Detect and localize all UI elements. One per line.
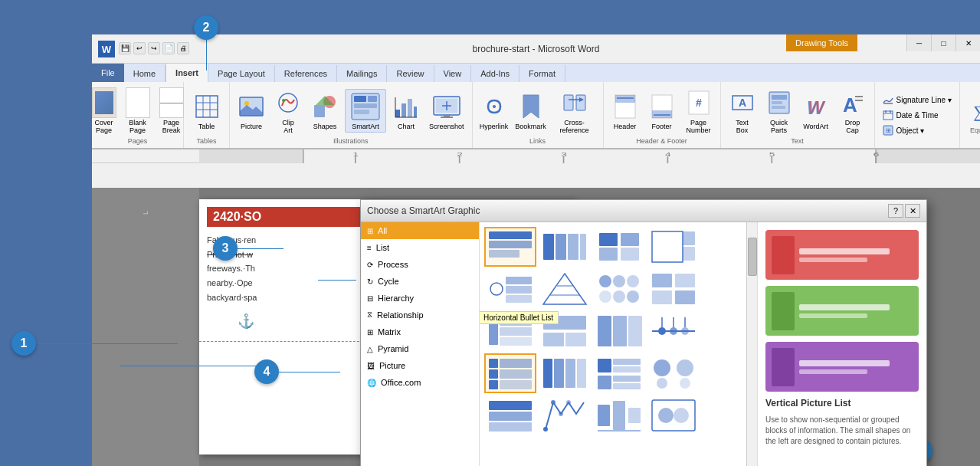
grid-item-3[interactable]: [593, 227, 645, 267]
picture-btn[interactable]: Picture: [234, 90, 268, 132]
undo-qa-btn[interactable]: ↩: [133, 42, 146, 54]
sidebar-item-relationship[interactable]: ⧖ Relationship: [361, 307, 479, 323]
sidebar-item-list[interactable]: ≡ List: [361, 239, 479, 256]
svg-rect-134: [565, 359, 575, 388]
svg-rect-83: [568, 234, 578, 260]
sidebar-item-process[interactable]: ⟳ Process: [361, 256, 479, 273]
header-btn[interactable]: Header: [608, 90, 642, 132]
grid-item-1[interactable]: [484, 227, 536, 267]
grid-item-14[interactable]: [539, 353, 591, 393]
grid-item-19[interactable]: [593, 395, 645, 435]
callout-4: 4: [254, 359, 279, 384]
bookmark-btn[interactable]: Bookmark: [514, 90, 548, 132]
svg-rect-9: [314, 105, 325, 117]
new-qa-btn[interactable]: 📄: [162, 42, 175, 54]
grid-item-2[interactable]: [539, 227, 591, 267]
clip-art-btn[interactable]: ClipArt: [271, 86, 305, 136]
redo-qa-btn[interactable]: ↪: [148, 42, 160, 54]
grid-item-20[interactable]: [647, 395, 700, 435]
save-qa-btn[interactable]: 💾: [119, 42, 131, 54]
grid-tooltip: Horizontal Bullet List: [480, 311, 559, 324]
drop-cap-btn[interactable]: A DropCap: [836, 86, 870, 136]
grid-item-17[interactable]: [484, 395, 536, 435]
dialog-help-btn[interactable]: ?: [888, 204, 903, 218]
grid-item-selected[interactable]: [484, 353, 536, 393]
grid-item-18[interactable]: [539, 395, 591, 435]
tab-pagelayout[interactable]: Page Layout: [208, 65, 275, 82]
pyramid-icon: △: [367, 345, 373, 353]
tab-insert[interactable]: Insert: [166, 64, 208, 82]
textbox-btn[interactable]: A TextBox: [726, 86, 759, 136]
sidebar-item-officecom[interactable]: 🌐 Office.com: [361, 374, 479, 391]
hyperlink-btn[interactable]: Hyperlink: [477, 90, 511, 132]
wordart-btn[interactable]: W W WordArt: [799, 90, 833, 132]
screenshot-btn[interactable]: Screenshot: [426, 90, 467, 132]
chart-btn[interactable]: Chart: [389, 90, 423, 132]
grid-item-12[interactable]: [647, 311, 700, 351]
ribbon-group-links: Hyperlink Bookmark: [473, 82, 604, 148]
svg-rect-155: [628, 408, 641, 423]
cross-reference-btn[interactable]: Cross-reference: [551, 86, 598, 136]
page-break-btn[interactable]: PageBreak: [156, 86, 187, 136]
grid-item-7[interactable]: [593, 269, 645, 309]
svg-rect-128: [489, 369, 498, 379]
svg-rect-35: [615, 95, 635, 103]
grid-item-6[interactable]: [539, 269, 591, 309]
signature-line-btn[interactable]: Signature Line ▾: [880, 93, 955, 107]
footer-btn[interactable]: Footer: [645, 90, 679, 132]
dialog-body: ⊞ All ≡ List ⟳ Process ↻ Cycle: [361, 222, 926, 466]
object-btn[interactable]: ⊞ Object ▾: [880, 123, 955, 137]
close-btn[interactable]: ✕: [955, 34, 980, 51]
grid-scrollbar[interactable]: [746, 222, 757, 466]
svg-rect-54: [883, 111, 893, 120]
sidebar-item-all[interactable]: ⊞ All: [361, 222, 479, 239]
sidebar-item-hierarchy[interactable]: ⊟ Hierarchy: [361, 290, 479, 307]
sidebar-item-pyramid[interactable]: △ Pyramid: [361, 340, 479, 357]
print-qa-btn[interactable]: 🖨: [177, 42, 189, 54]
cycle-icon: ↻: [367, 277, 373, 286]
grid-item-4[interactable]: [647, 227, 700, 267]
svg-text:A: A: [739, 97, 746, 109]
callout-line-2-connector: [206, 40, 207, 71]
callout-line-4-connector: [279, 372, 340, 372]
tab-review[interactable]: Review: [387, 65, 434, 82]
svg-rect-108: [675, 290, 695, 304]
dialog-close-btn[interactable]: ✕: [905, 204, 920, 218]
svg-text:1: 1: [352, 150, 359, 157]
svg-rect-26: [441, 116, 453, 118]
grid-item-15[interactable]: [593, 353, 645, 393]
tab-file[interactable]: File: [92, 64, 124, 82]
tab-mailings[interactable]: Mailings: [337, 65, 387, 82]
shapes-btn[interactable]: Shapes: [308, 90, 342, 132]
tab-format[interactable]: Format: [519, 65, 565, 82]
grid-item-8[interactable]: [647, 269, 700, 309]
title-bar: W 💾 ↩ ↪ 📄 🖨 brochure-start - Microsoft W…: [92, 34, 980, 64]
page-number-btn[interactable]: # PageNumber: [682, 86, 716, 136]
tab-references[interactable]: References: [275, 65, 337, 82]
callout-line-3: [318, 280, 356, 281]
minimize-btn[interactable]: ─: [906, 34, 931, 51]
svg-rect-116: [598, 316, 611, 346]
quick-parts-btn[interactable]: QuickParts: [762, 86, 796, 136]
cover-page-btn[interactable]: CoverPage: [89, 86, 120, 136]
smartart-btn[interactable]: SmartArt: [345, 89, 386, 133]
tab-addins[interactable]: Add-Ins: [471, 65, 519, 82]
callout-line-3-connector: [238, 248, 284, 249]
tab-home[interactable]: Home: [124, 65, 166, 82]
ribbon-content: CoverPage BlankPage PageBreak Pages: [92, 82, 980, 149]
table-btn[interactable]: Table: [190, 90, 224, 132]
grid-item-16[interactable]: [647, 353, 700, 393]
grid-item-5[interactable]: Horizontal Bullet List: [484, 269, 536, 309]
blank-page-btn[interactable]: BlankPage: [123, 86, 153, 136]
svg-rect-135: [577, 359, 586, 388]
headerfooter-group-label: Header & Footer: [636, 136, 687, 145]
sidebar-item-matrix[interactable]: ⊞ Matrix: [361, 323, 479, 340]
grid-item-11[interactable]: [593, 311, 645, 351]
maximize-btn[interactable]: □: [931, 34, 955, 51]
svg-rect-91: [683, 247, 695, 261]
sidebar-item-cycle[interactable]: ↻ Cycle: [361, 273, 479, 290]
date-time-btn[interactable]: Date & Time: [880, 108, 955, 122]
sidebar-item-picture[interactable]: 🖼 Picture: [361, 357, 479, 374]
svg-rect-80: [489, 250, 519, 258]
tab-view[interactable]: View: [434, 65, 472, 82]
